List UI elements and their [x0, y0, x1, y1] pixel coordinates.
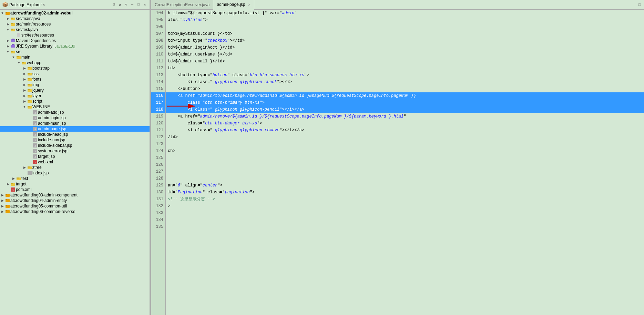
- tree-item-16[interactable]: ▶layer: [0, 93, 150, 99]
- tree-toggle-30[interactable]: [22, 171, 27, 175]
- explorer-icon: 📦: [2, 2, 8, 8]
- tree-toggle-14[interactable]: ▶: [22, 82, 27, 87]
- code-line-107: td>${myStatus.count }</td>: [166, 30, 644, 37]
- tree-toggle-13[interactable]: ▶: [22, 77, 27, 82]
- tree-toggle-5[interactable]: [11, 33, 16, 38]
- tree-item-34[interactable]: ▶atcrowdfunding03-admin-component: [0, 192, 150, 198]
- tree-label-20: admin-login.jsp: [38, 115, 66, 120]
- tree-item-11[interactable]: ▶bootstrap: [0, 65, 150, 71]
- tree-toggle-17[interactable]: ▶: [22, 99, 27, 104]
- editor-maximize-icon[interactable]: □: [636, 2, 643, 8]
- tree-icon-6: [10, 38, 16, 43]
- tree-toggle-8[interactable]: ▼: [6, 49, 10, 54]
- tree-item-1[interactable]: ▼atcrowdfunding02-admin-webui: [0, 10, 150, 16]
- tree-toggle-4[interactable]: ▼: [6, 27, 10, 32]
- tree-toggle-9[interactable]: ▼: [11, 55, 16, 60]
- tree-toggle-36[interactable]: ▶: [0, 204, 5, 209]
- code-area[interactable]: 1041051061071081091101111121131141151161…: [151, 10, 644, 315]
- tree-toggle-16[interactable]: ▶: [22, 93, 27, 98]
- tree-toggle-35[interactable]: ▶: [0, 198, 5, 203]
- tree-toggle-12[interactable]: ▶: [22, 71, 27, 76]
- tree-item-8[interactable]: ▼src: [0, 49, 150, 54]
- svg-rect-11: [12, 39, 14, 40]
- close-button[interactable]: ✕: [142, 2, 147, 8]
- maximize-button[interactable]: □: [136, 2, 141, 8]
- tree-item-32[interactable]: ▶target: [0, 181, 150, 187]
- tree-item-35[interactable]: ▶atcrowdfunding04-admin-entity: [0, 198, 150, 203]
- tree-item-7[interactable]: ▶JRE System Library [JavaSE-1.8]: [0, 43, 150, 49]
- svg-rect-73: [6, 210, 7, 211]
- tree-toggle-15[interactable]: ▶: [22, 88, 27, 93]
- tree-toggle-1[interactable]: ▼: [0, 11, 5, 16]
- tree-toggle-33[interactable]: [6, 187, 10, 192]
- tree-item-17[interactable]: ▶script: [0, 99, 150, 104]
- tree-toggle-37[interactable]: ▶: [0, 209, 5, 214]
- tree-item-23[interactable]: Jinclude-head.jsp: [0, 132, 150, 137]
- tree-toggle-34[interactable]: ▶: [0, 193, 5, 197]
- collapse-all-button[interactable]: ⧉: [111, 2, 116, 8]
- tree-item-10[interactable]: ▼webapp: [0, 60, 150, 65]
- tree-item-27[interactable]: Jtarget.jsp: [0, 154, 150, 159]
- tree-item-28[interactable]: Xweb.xml: [0, 159, 150, 165]
- tab-admin-page[interactable]: admin-page.jsp ✕: [213, 0, 254, 10]
- tree-item-15[interactable]: ▶jquery: [0, 88, 150, 93]
- tab-admin-page-close[interactable]: ✕: [248, 3, 251, 7]
- tree-item-4[interactable]: ▼src/test/java: [0, 27, 150, 32]
- svg-text:J: J: [34, 134, 36, 136]
- tree-item-22[interactable]: Jadmin-page.jsp: [0, 126, 150, 132]
- tree-toggle-6[interactable]: ▶: [6, 38, 10, 43]
- tree-item-24[interactable]: Jinclude-nav.jsp: [0, 137, 150, 143]
- tree-toggle-19[interactable]: [28, 110, 32, 115]
- tree-item-18[interactable]: ▼WEB-INF: [0, 104, 150, 110]
- tree-item-30[interactable]: Jindex.jsp: [0, 170, 150, 176]
- tree-item-33[interactable]: Xpom.xml: [0, 187, 150, 192]
- tree-item-21[interactable]: Jadmin-main.jsp: [0, 121, 150, 126]
- tree-toggle-3[interactable]: ▶: [6, 22, 10, 27]
- tree-icon-31: [16, 176, 21, 181]
- tree-toggle-29[interactable]: ▶: [22, 165, 27, 170]
- tree-item-3[interactable]: ▶src/main/resources: [0, 21, 150, 27]
- tree-item-26[interactable]: Jsystem-error.jsp: [0, 148, 150, 154]
- tab-spacer: [254, 0, 635, 9]
- tree-item-25[interactable]: Jinclude-sidebar.jsp: [0, 143, 150, 148]
- tree-toggle-26[interactable]: [28, 149, 32, 153]
- link-with-editor-button[interactable]: ⇄: [117, 2, 123, 8]
- tree-toggle-22[interactable]: [28, 126, 32, 131]
- tree-toggle-27[interactable]: [28, 154, 32, 159]
- tree-item-9[interactable]: ▼main: [0, 54, 150, 60]
- tree-toggle-10[interactable]: ▼: [17, 60, 21, 65]
- tree-toggle-32[interactable]: ▶: [6, 182, 10, 186]
- tree-toggle-31[interactable]: ▶: [11, 176, 16, 181]
- tree-item-19[interactable]: Jadmin-add.jsp: [0, 110, 150, 115]
- minimize-button[interactable]: —: [130, 2, 135, 8]
- tree-item-2[interactable]: ▶src/main/java: [0, 16, 150, 21]
- tree-label-26: system-error.jsp: [38, 149, 67, 153]
- tab-crowd-exception[interactable]: CrowdExceptionResolver.java: [151, 0, 213, 9]
- tree-item-36[interactable]: ▶atcrowdfunding05-common-util: [0, 203, 150, 209]
- svg-text:J: J: [34, 145, 36, 147]
- tree-toggle-21[interactable]: [28, 121, 32, 126]
- tree-toggle-23[interactable]: [28, 132, 32, 137]
- tree-item-13[interactable]: ▶fonts: [0, 77, 150, 82]
- tree-toggle-18[interactable]: ▼: [22, 104, 27, 109]
- tree-item-6[interactable]: ▶Maven Dependencies: [0, 38, 150, 43]
- tree-item-29[interactable]: ▶ztree: [0, 165, 150, 170]
- tree-item-20[interactable]: Jadmin-login.jsp: [0, 115, 150, 121]
- tree-toggle-2[interactable]: ▶: [6, 16, 10, 21]
- code-content-wrapper: 1041051061071081091101111121131141151161…: [151, 10, 644, 315]
- tree-toggle-24[interactable]: [28, 138, 32, 142]
- tree-toggle-7[interactable]: ▶: [6, 44, 10, 49]
- tree-item-5[interactable]: src/test/resources: [0, 32, 150, 38]
- tree-toggle-20[interactable]: [28, 115, 32, 120]
- tree-item-31[interactable]: ▶test: [0, 176, 150, 181]
- tree-icon-29: [27, 165, 32, 170]
- tree-toggle-11[interactable]: ▶: [22, 66, 27, 71]
- tree-toggle-25[interactable]: [28, 143, 32, 148]
- tree-toggle-28[interactable]: [28, 160, 32, 164]
- view-menu-button[interactable]: ▽: [123, 2, 129, 8]
- tree-item-14[interactable]: ▶img: [0, 82, 150, 88]
- file-tree[interactable]: ▼atcrowdfunding02-admin-webui▶src/main/j…: [0, 10, 150, 315]
- tree-item-37[interactable]: ▶atcrowdfunding06-common-reverse: [0, 209, 150, 214]
- svg-rect-27: [28, 84, 30, 85]
- tree-item-12[interactable]: ▶css: [0, 71, 150, 77]
